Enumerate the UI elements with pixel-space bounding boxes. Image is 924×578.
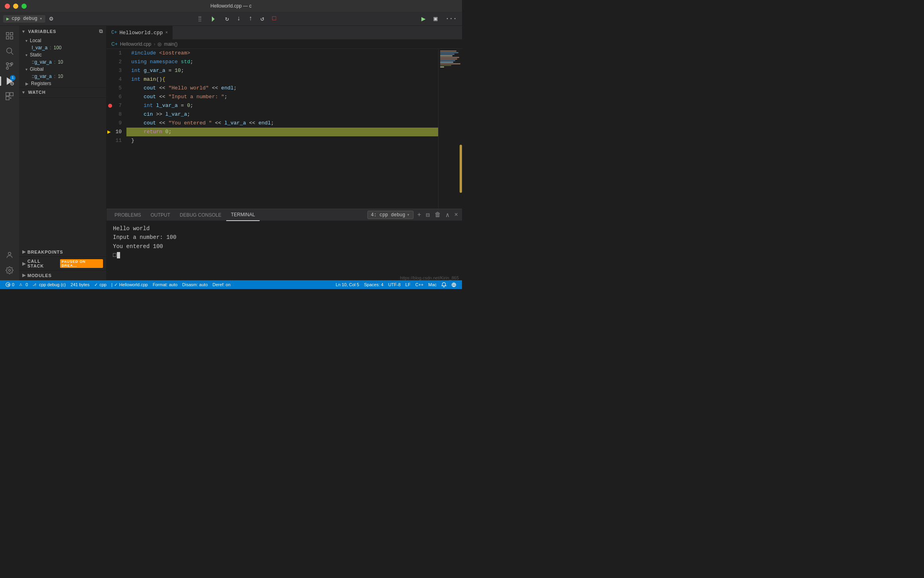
split-terminal-button[interactable]: ⊟ [425, 210, 431, 220]
terminal-line-3: You entered 100 [113, 242, 456, 251]
close-button[interactable] [5, 4, 10, 9]
watch-header[interactable]: ▾ WATCH [19, 87, 106, 97]
code-line-9: cout << "You entered " << l_var_a << end… [126, 119, 438, 128]
toolbar-right: ▶ ▣ ··· [419, 13, 459, 24]
status-remote[interactable] [449, 280, 459, 289]
code-line-8: cin >> l_var_a; [126, 110, 438, 119]
breadcrumb-symbol-icon: ◎ [157, 41, 161, 47]
global-group[interactable]: ▾ Global [19, 66, 106, 73]
trash-terminal-button[interactable]: 🗑 [434, 210, 442, 219]
status-language[interactable]: C++ [413, 280, 426, 289]
call-stack-header[interactable]: ▶ CALL STACK PAUSED ON BREA... [19, 257, 106, 270]
local-group[interactable]: ▾ Local [19, 37, 106, 44]
step-into-button[interactable]: ↓ [235, 14, 243, 23]
local-collapse-icon: ▾ [25, 39, 27, 43]
minimize-button[interactable] [13, 4, 18, 9]
code-line-5: cout << "Hello world" << endl; [126, 84, 438, 93]
tab-close-icon[interactable]: × [165, 30, 168, 35]
svg-rect-0 [6, 33, 9, 35]
settings-gear-icon[interactable]: ⚙ [48, 14, 55, 23]
bell-icon [441, 282, 446, 287]
app-container: ▶ cpp debug ▾ ⚙ ⣿ ⏵ ↻ ↓ ↑ ↺ □ ▶ ▣ ··· [0, 12, 462, 289]
step-over-button[interactable]: ↻ [223, 14, 231, 24]
activity-bar-bottom [3, 248, 16, 277]
global-var-value: 10 [58, 74, 63, 79]
tab-output[interactable]: OUTPUT [146, 209, 175, 221]
add-terminal-button[interactable]: + [417, 211, 422, 219]
status-file-check[interactable]: | ✓ Helloworld.cpp [109, 280, 150, 289]
static-group[interactable]: ▾ Static [19, 51, 106, 58]
account-icon[interactable] [3, 248, 16, 262]
sidebar-item-extensions[interactable] [3, 89, 16, 103]
stop-button[interactable]: □ [270, 14, 278, 23]
code-editor[interactable]: 1 2 3 4 5 6 7 8 9 ▶ 10 11 [107, 49, 462, 209]
status-deref[interactable]: Deref: on [210, 280, 233, 289]
call-stack-title: CALL STACK [27, 259, 58, 268]
maximize-panel-button[interactable]: ∧ [445, 210, 450, 220]
tab-problems[interactable]: PROBLEMS [110, 209, 146, 221]
close-panel-button[interactable]: × [453, 211, 459, 219]
registers-expand-icon: ▶ [25, 81, 29, 86]
sidebar-item-source-control[interactable] [3, 59, 16, 73]
status-warnings[interactable]: ⚠ 0 [17, 280, 30, 289]
sidebar-item-search[interactable] [3, 44, 16, 58]
tab-bar: C+ Helloworld.cpp × [107, 26, 462, 40]
status-file-size[interactable]: 241 bytes [68, 280, 92, 289]
terminal-content[interactable]: Hello world Input a number: 100 You ente… [107, 221, 462, 280]
status-errors[interactable]: ⊗ 0 [3, 280, 17, 289]
variables-collapse-icon[interactable]: ⧉ [99, 28, 103, 35]
cpp-file-icon: C+ [111, 30, 117, 35]
tab-terminal[interactable]: TERMINAL [226, 209, 260, 221]
continue-button[interactable]: ⏵ [208, 14, 219, 24]
run-icon[interactable]: ▶ [419, 13, 428, 24]
window-controls[interactable] [5, 4, 27, 9]
sidebar-item-run-debug[interactable]: 1 [3, 74, 16, 88]
breadcrumb-symbol[interactable]: main() [164, 41, 177, 47]
bottom-panel: PROBLEMS OUTPUT DEBUG CONSOLE TERMINAL 4… [107, 209, 462, 280]
static-var-name: ::g_var_a [32, 59, 52, 65]
sidebar-item-explorer[interactable] [3, 29, 16, 43]
restart-button[interactable]: ↺ [258, 14, 266, 24]
status-debug-label[interactable]: ⎇ cpp debug (c) [30, 280, 68, 289]
line-num-4: 4 [111, 75, 122, 84]
svg-point-15 [8, 252, 11, 255]
breakpoints-header[interactable]: ▶ BREAKPOINTS [19, 247, 106, 256]
more-actions-icon[interactable]: ··· [443, 14, 459, 23]
status-spaces[interactable]: Spaces: 4 [361, 280, 386, 289]
status-disasm[interactable]: Disasm: auto [180, 280, 210, 289]
local-var-l_var_a[interactable]: l_var_a : 100 [19, 44, 106, 51]
debug-config-selector[interactable]: ▶ cpp debug ▾ [3, 15, 45, 23]
svg-text:⎇: ⎇ [33, 283, 36, 287]
global-var-name: ::g_var_a [32, 74, 52, 79]
sidebar: ▾ VARIABLES ⧉ ▾ Local l_var_a : 100 [19, 26, 107, 280]
var-name-l_var_a: l_var_a [32, 45, 47, 50]
registers-group[interactable]: ▶ Registers [19, 80, 106, 87]
maximize-button[interactable] [21, 4, 27, 9]
local-label: Local [30, 38, 41, 43]
status-format[interactable]: Format: auto [150, 280, 180, 289]
variables-header[interactable]: ▾ VARIABLES ⧉ [19, 26, 106, 37]
status-os[interactable]: Mac [426, 280, 439, 289]
breadcrumb-file[interactable]: Helloworld.cpp [120, 41, 151, 47]
step-out-button[interactable]: ↑ [247, 14, 254, 23]
settings-icon[interactable] [3, 264, 16, 277]
toggle-breakpoints-button[interactable]: ⣿ [196, 14, 204, 23]
modules-header[interactable]: ▶ MODULES [19, 271, 106, 280]
terminal-select[interactable]: 4: cpp debug ▾ [367, 211, 413, 219]
debug-arrow-icon: ▶ [107, 128, 111, 136]
global-collapse-icon: ▾ [25, 67, 27, 72]
tab-debug-console[interactable]: DEBUG CONSOLE [175, 209, 226, 221]
status-language-check[interactable]: ✓ cpp [92, 280, 109, 289]
layout-icon[interactable]: ▣ [432, 14, 440, 24]
svg-rect-12 [6, 93, 9, 96]
global-var-g_var_a[interactable]: ::g_var_a : 10 [19, 73, 106, 80]
tab-helloworld-cpp[interactable]: C+ Helloworld.cpp × [107, 26, 173, 39]
status-line-ending[interactable]: LF [403, 280, 413, 289]
status-notifications[interactable] [439, 280, 449, 289]
static-var-g_var_a[interactable]: ::g_var_a : 10 [19, 58, 106, 66]
static-collapse-icon: ▾ [25, 53, 27, 57]
status-encoding[interactable]: UTF-8 [386, 280, 403, 289]
variables-section: ▾ VARIABLES ⧉ ▾ Local l_var_a : 100 [19, 26, 106, 87]
registers-label: Registers [31, 81, 51, 86]
status-position[interactable]: Ln 10, Col 5 [333, 280, 361, 289]
